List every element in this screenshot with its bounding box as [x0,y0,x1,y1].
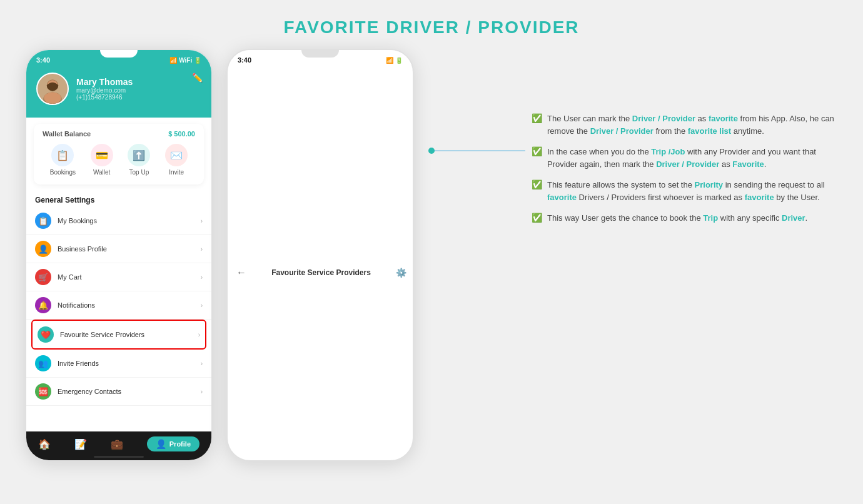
info-text-2: In the case when you do the Trip /Job wi… [547,146,838,170]
left-status-time: 3:40 [36,56,50,64]
wallet-icon: 💳 [91,144,113,166]
emergency-menu-icon: 🆘 [35,383,51,400]
user-name: Mary Thomas [76,77,133,87]
chevron-icon: › [201,360,203,367]
avatar [36,73,69,105]
filter-icon[interactable]: ⚙️ [396,268,406,278]
check-icon-1: ✅ [532,113,542,123]
my-bookings-label: My Bookings [58,217,194,224]
favourite-providers-label: Favourite Service Providers [60,331,192,338]
check-icon-4: ✅ [532,213,542,223]
profile-header: Mary Thomas mary@demo.com (+1)1548728946… [26,66,211,118]
menu-my-bookings[interactable]: 📋 My Bookings › [26,207,211,235]
user-email: mary@demo.com [76,87,133,94]
info-text-3: This feature allows the system to set th… [547,179,838,203]
nav-booking[interactable]: 📝 [74,438,87,450]
profile-nav-label: Profile [169,440,191,448]
home-bar [94,456,144,458]
menu-emergency-contacts[interactable]: 🆘 Emergency Contacts › [26,378,211,406]
bookings-icon: 📋 [51,144,74,166]
topup-icon: ⬆️ [128,144,150,166]
profile-nav-icon: 👤 [156,439,166,449]
invite-action[interactable]: ✉️ Invite [165,144,188,176]
chevron-icon: › [201,246,203,253]
chevron-icon: › [201,274,203,281]
nav-wallet[interactable]: 💼 [111,438,123,450]
check-icon-3: ✅ [532,179,542,189]
bookings-label: Bookings [50,169,76,176]
menu-favourite-providers[interactable]: ❤️ Favourite Service Providers › [31,320,206,350]
menu-notifications[interactable]: 🔔 Notifications › [26,291,211,320]
back-icon[interactable]: ← [236,267,246,278]
info-bullet-3: ✅ This feature allows the system to set … [532,179,838,203]
home-nav-icon: 🏠 [38,438,51,450]
invite-label: Invite [169,169,184,176]
info-text-1: The User can mark the Driver / Provider … [547,113,838,137]
bookings-action[interactable]: 📋 Bookings [50,144,76,176]
wallet-nav-icon: 💼 [111,438,123,450]
check-icon-2: ✅ [532,146,542,156]
edit-icon[interactable]: ✏️ [192,73,203,83]
chevron-icon: › [198,331,200,338]
notch [100,50,138,58]
nav-profile[interactable]: 👤 Profile [147,436,199,451]
menu-invite-friends[interactable]: 👥 Invite Friends › [26,350,211,378]
chevron-icon: › [201,388,203,395]
right-status-icons: 📶 🔋 [386,57,403,64]
user-phone: (+1)1548728946 [76,94,133,101]
svg-point-4 [44,93,61,104]
topup-label: Top Up [129,169,149,176]
business-menu-icon: 👤 [35,241,51,257]
notch [301,50,339,58]
chevron-icon: › [201,302,203,309]
left-status-icons: 📶 WiFi 🔋 [169,57,201,64]
invite-icon: ✉️ [165,144,188,166]
wallet-action[interactable]: 💳 Wallet [91,144,113,176]
wallet-action-label: Wallet [93,169,110,176]
cart-menu-icon: 🛒 [35,269,51,285]
chevron-icon: › [201,218,203,224]
settings-title: General Settings [26,191,211,207]
right-phone: 3:40 📶 🔋 ← Favourite Service Providers ⚙… [226,49,414,461]
right-status-time: 3:40 [238,56,251,64]
topup-action[interactable]: ⬆️ Top Up [128,144,150,176]
menu-business-profile[interactable]: 👤 Business Profile › [26,235,211,263]
info-section: ✅ The User can mark the Driver / Provide… [532,113,838,233]
emergency-contacts-label: Emergency Contacts [58,388,194,395]
invite-friends-label: Invite Friends [58,360,194,367]
right-header-title: Favourite Service Providers [271,268,371,277]
booking-nav-icon: 📝 [74,438,87,450]
favourite-menu-icon: ❤️ [38,326,54,343]
business-profile-label: Business Profile [58,245,194,253]
info-bullet-4: ✅ This way User gets the chance to book … [532,212,838,224]
page-title: FAVORITE DRIVER / PROVIDER [283,18,579,38]
info-text-4: This way User gets the chance to book th… [547,212,807,224]
connector-line [432,150,525,151]
notifications-menu-icon: 🔔 [35,297,51,313]
menu-my-cart[interactable]: 🛒 My Cart › [26,263,211,291]
notifications-label: Notifications [58,301,194,309]
wallet-label: Wallet Balance [43,130,91,138]
quick-actions: 📋 Bookings 💳 Wallet ⬆️ Top Up ✉️ Invite [43,138,195,178]
left-phone: 3:40 📶 WiFi 🔋 Mary Thomas mary@demo.com … [25,49,213,461]
nav-home[interactable]: 🏠 [38,438,51,450]
bookings-menu-icon: 📋 [35,213,51,229]
info-bullet-2: ✅ In the case when you do the Trip /Job … [532,146,838,170]
invite-menu-icon: 👥 [35,355,51,371]
info-bullet-1: ✅ The User can mark the Driver / Provide… [532,113,838,137]
my-cart-label: My Cart [58,273,194,281]
wallet-box: Wallet Balance $ 500.00 📋 Bookings 💳 Wal… [34,124,204,184]
wallet-amount: $ 500.00 [168,130,195,138]
user-info: Mary Thomas mary@demo.com (+1)1548728946 [76,77,133,101]
right-phone-header: ← Favourite Service Providers ⚙️ [228,66,414,461]
